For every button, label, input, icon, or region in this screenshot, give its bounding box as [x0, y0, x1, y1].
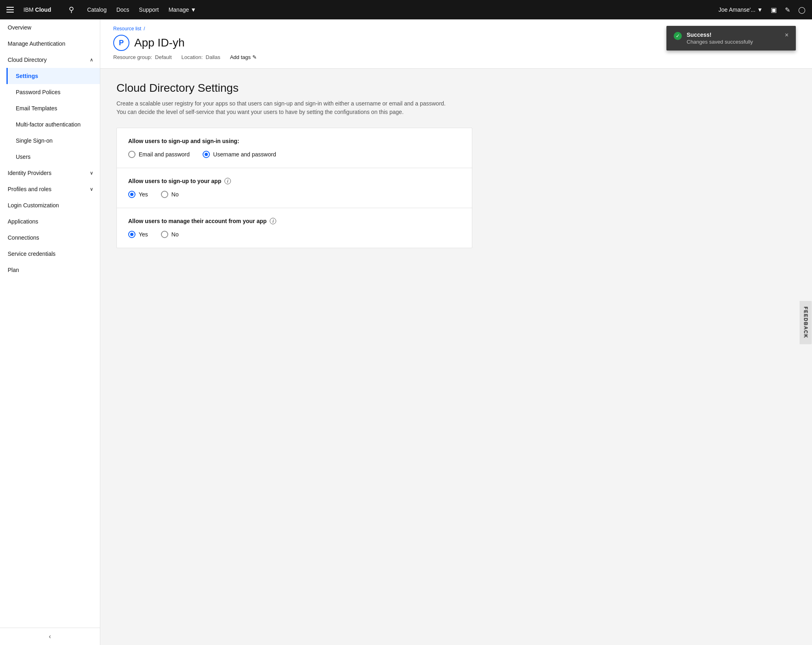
email-password-radio[interactable]: [128, 151, 135, 158]
page-title: App ID-yh: [134, 36, 185, 49]
allow-signup-section: Allow users to sign-up to your app i Yes…: [117, 168, 472, 208]
username-password-option[interactable]: Username and password: [203, 151, 276, 158]
feedback-tab[interactable]: FEEDBACK: [800, 301, 812, 344]
allow-signup-label: Allow users to sign-up to your app i: [128, 178, 461, 184]
user-menu[interactable]: Joe Amanse'... ▼: [719, 6, 763, 13]
edit-tags-icon: ✎: [252, 54, 257, 60]
success-icon: ✓: [674, 32, 682, 40]
manage-menu[interactable]: Manage ▼: [169, 6, 196, 13]
content-title: Cloud Directory Settings: [116, 82, 796, 95]
location: Location: Dallas: [182, 54, 220, 60]
manage-account-options: Yes No: [128, 231, 461, 238]
sidebar-item-login-customization[interactable]: Login Customization: [0, 197, 100, 213]
manage-account-section: Allow users to manage their account from…: [117, 208, 472, 248]
allow-signup-yes[interactable]: Yes: [128, 191, 148, 198]
sidebar-item-password-policies[interactable]: Password Polices: [6, 84, 100, 100]
sidebar-item-service-credentials[interactable]: Service credentials: [0, 246, 100, 262]
catalog-link[interactable]: Catalog: [87, 6, 106, 13]
sidebar-item-applications[interactable]: Applications: [0, 213, 100, 230]
manage-account-no[interactable]: No: [161, 231, 179, 238]
chevron-up-icon: ∧: [90, 57, 93, 63]
brand-logo: IBM Cloud: [23, 6, 51, 13]
app-icon: P: [113, 35, 129, 51]
search-icon[interactable]: ⚲: [69, 5, 74, 14]
sidebar-item-plan[interactable]: Plan: [0, 262, 100, 278]
content-description: Create a scalable user registry for your…: [116, 99, 456, 116]
username-password-radio[interactable]: [203, 151, 210, 158]
console-icon[interactable]: ▣: [771, 6, 777, 14]
sidebar-item-sso[interactable]: Single Sign-on: [6, 133, 100, 149]
signin-method-options: Email and password Username and password: [128, 151, 461, 158]
toast-title: Success!: [687, 32, 777, 38]
sidebar: Overview Manage Authentication Cloud Dir…: [0, 19, 100, 645]
manage-account-yes-radio[interactable]: [128, 231, 135, 238]
page-meta: Resource group: Default Location: Dallas…: [113, 54, 799, 60]
sidebar-item-cloud-directory[interactable]: Cloud Directory ∧: [0, 52, 100, 68]
success-toast: ✓ Success! Changes saved successfully ×: [666, 26, 796, 51]
signin-method-label: Allow users to sign-up and sign-in using…: [128, 138, 461, 144]
sidebar-item-identity-providers[interactable]: Identity Providers ∨: [0, 165, 100, 181]
sidebar-item-users[interactable]: Users: [6, 149, 100, 165]
sidebar-item-connections[interactable]: Connections: [0, 230, 100, 246]
chevron-left-icon: ‹: [49, 633, 51, 640]
allow-signup-info-icon[interactable]: i: [224, 178, 231, 184]
sidebar-item-settings[interactable]: Settings: [6, 68, 100, 84]
manage-account-label: Allow users to manage their account from…: [128, 218, 461, 224]
user-icon[interactable]: ◯: [798, 6, 806, 14]
support-link[interactable]: Support: [139, 6, 159, 13]
toast-body: Success! Changes saved successfully: [687, 32, 777, 45]
hamburger-menu[interactable]: [6, 7, 14, 13]
topnav-right: Joe Amanse'... ▼ ▣ ✎ ◯: [719, 6, 806, 14]
resource-list-link[interactable]: Resource list: [113, 26, 141, 32]
top-navigation: IBM Cloud ⚲ Catalog Docs Support Manage …: [0, 0, 812, 19]
allow-signup-no-radio[interactable]: [161, 191, 168, 198]
breadcrumb-separator: /: [144, 26, 145, 32]
sidebar-nav: Overview Manage Authentication Cloud Dir…: [0, 19, 100, 628]
page-content: Cloud Directory Settings Create a scalab…: [100, 69, 812, 645]
email-password-option[interactable]: Email and password: [128, 151, 190, 158]
topnav-links: Catalog Docs Support Manage ▼: [87, 6, 196, 13]
toast-close-button[interactable]: ×: [785, 32, 789, 39]
add-tags-button[interactable]: Add tags ✎: [230, 54, 257, 60]
signin-method-section: Allow users to sign-up and sign-in using…: [117, 128, 472, 168]
toast-message: Changes saved successfully: [687, 39, 777, 45]
sidebar-item-profiles-roles[interactable]: Profiles and roles ∨: [0, 181, 100, 197]
sidebar-collapse-button[interactable]: ‹: [0, 628, 100, 645]
settings-card: Allow users to sign-up and sign-in using…: [116, 128, 472, 248]
manage-account-info-icon[interactable]: i: [270, 218, 276, 224]
sidebar-item-mfa[interactable]: Multi-factor authentication: [6, 116, 100, 133]
manage-account-no-radio[interactable]: [161, 231, 168, 238]
allow-signup-yes-radio[interactable]: [128, 191, 135, 198]
docs-link[interactable]: Docs: [116, 6, 129, 13]
chevron-down-icon: ∨: [90, 186, 93, 192]
allow-signup-no[interactable]: No: [161, 191, 179, 198]
edit-icon[interactable]: ✎: [785, 6, 790, 14]
chevron-down-icon: ∨: [90, 170, 93, 176]
page-header: Resource list / P App ID-yh Resource gro…: [100, 19, 812, 69]
main-content: Resource list / P App ID-yh Resource gro…: [100, 19, 812, 645]
allow-signup-options: Yes No: [128, 191, 461, 198]
manage-account-yes[interactable]: Yes: [128, 231, 148, 238]
sidebar-item-manage-auth[interactable]: Manage Authentication: [0, 36, 100, 52]
resource-group: Resource group: Default: [113, 54, 172, 60]
sidebar-item-overview[interactable]: Overview: [0, 19, 100, 36]
cloud-directory-subnav: Settings Password Polices Email Template…: [0, 68, 100, 165]
sidebar-item-email-templates[interactable]: Email Templates: [6, 100, 100, 116]
